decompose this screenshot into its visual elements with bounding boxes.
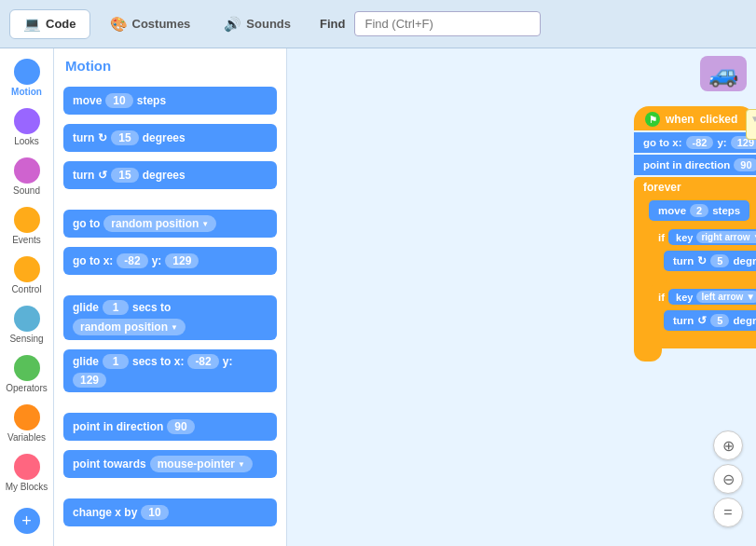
zoom-controls: ⊕ ⊖ = (713, 430, 743, 527)
block-if-right-body: turn ↺ 5 degrees (649, 249, 756, 276)
block-turn-cw-5[interactable]: turn ↺ 5 degrees (664, 251, 756, 271)
block-glide-random[interactable]: glide 1 secs to random position ▼ (63, 295, 277, 340)
block-if-left-body: turn ↺ 5 degrees (649, 308, 756, 335)
block-row-change-x: change x by 10 (62, 495, 279, 530)
sidebar-item-sensing[interactable]: Sensing (0, 301, 53, 348)
blocks-panel: Motion move 10 steps turn ↺ 15 degrees t… (54, 48, 287, 546)
block-if-right-label[interactable]: if key right arrow ▼ pressed? then (649, 225, 756, 249)
block-move[interactable]: move 10 steps (63, 87, 277, 115)
block-row-glide-xy: glide 1 secs to x: -82 y: 129 (62, 346, 279, 396)
block-forever-container: forever move 2 steps if (634, 177, 756, 362)
tab-costumes[interactable]: 🎨 Costumes (96, 9, 205, 39)
tab-code-label: Code (46, 17, 76, 31)
operators-icon (14, 355, 40, 381)
block-goto-random[interactable]: go to random position ▼ (63, 210, 277, 238)
sidebar-item-variables[interactable]: Variables (0, 400, 53, 447)
canvas-area[interactable]: 🚙 ⚑ when clicked go to x: -82 y: 129 poi… (287, 48, 756, 546)
sound-icon (14, 157, 40, 184)
sprite-icon: 🚙 (708, 60, 738, 89)
sounds-icon: 🔊 (224, 16, 241, 33)
block-row-move: move 10 steps (62, 83, 279, 118)
sidebar-icons: Motion Looks Sound Events Control Sensin… (0, 48, 54, 546)
events-label: Events (12, 235, 41, 245)
sidebar-item-sound[interactable]: Sound (0, 153, 53, 200)
sidebar-item-control[interactable]: Control (0, 252, 53, 299)
block-row-point-towards: point towards mouse-pointer ▼ (62, 446, 279, 482)
motion-icon (14, 59, 40, 85)
sensing-label: Sensing (9, 334, 43, 344)
sidebar-item-myblocks[interactable]: My Blocks (0, 449, 53, 497)
block-goto-xy[interactable]: go to x: -82 y: 129 (63, 247, 277, 275)
block-point-towards[interactable]: point towards mouse-pointer ▼ (63, 450, 277, 478)
block-point-dir[interactable]: point in direction 90 (63, 413, 277, 441)
zoom-in-icon: ⊕ (722, 437, 735, 455)
block-goto-xy-canvas[interactable]: go to x: -82 y: 129 (634, 132, 756, 153)
sprite-preview: 🚙 (700, 56, 747, 91)
block-point-dir-canvas[interactable]: point in direction 90 (634, 155, 756, 175)
block-row-turn-cw: turn ↺ 15 degrees (62, 120, 279, 156)
top-bar: 💻 Code 🎨 Costumes 🔊 Sounds Find (0, 0, 756, 48)
zoom-in-button[interactable]: ⊕ (713, 430, 743, 460)
looks-icon (14, 108, 40, 134)
tab-costumes-label: Costumes (132, 17, 191, 31)
control-label: Control (11, 284, 41, 294)
block-turn-cw[interactable]: turn ↺ 15 degrees (63, 124, 277, 152)
block-row-turn-ccw: turn ↺ 15 degrees (62, 157, 279, 193)
variables-icon (14, 404, 40, 430)
zoom-reset-icon: = (723, 504, 732, 521)
costumes-icon: 🎨 (110, 16, 128, 33)
sidebar-item-motion[interactable]: Motion (0, 54, 53, 102)
find-input[interactable] (354, 11, 541, 36)
main-area: Motion Looks Sound Events Control Sensin… (0, 48, 756, 546)
blocks-category-title: Motion (65, 58, 279, 74)
block-forever-label[interactable]: forever (634, 177, 756, 198)
turn-cw-icon-canvas: ↺ (697, 254, 707, 267)
forever-end-cap (634, 348, 662, 362)
sidebar-item-looks[interactable]: Looks (0, 103, 53, 151)
block-if-left-label[interactable]: if key left arrow ▼ pressed? then (649, 285, 756, 308)
events-icon (14, 207, 40, 233)
add-block-icon: + (14, 508, 40, 534)
block-if-left: if key left arrow ▼ pressed? then turn (649, 285, 756, 343)
block-if-right: if key right arrow ▼ pressed? then turn (649, 225, 756, 283)
sidebar-item-add[interactable]: + (11, 503, 43, 539)
block-forever-body: move 2 steps if key right arrow ▼ presse… (634, 198, 756, 348)
zoom-out-icon: ⊖ (722, 471, 735, 488)
block-glide-xy[interactable]: glide 1 secs to x: -82 y: 129 (63, 349, 277, 392)
turn-ccw-icon: ↺ (98, 169, 107, 182)
looks-label: Looks (14, 136, 39, 146)
block-row-glide-random: glide 1 secs to random position ▼ (62, 292, 279, 344)
block-turn-ccw-5[interactable]: turn ↺ 5 degrees (664, 310, 756, 331)
myblocks-label: My Blocks (6, 482, 48, 492)
dropdown-arrow: ▼ (201, 220, 209, 228)
find-label: Find (320, 17, 345, 31)
block-when-flag[interactable]: ⚑ when clicked (634, 106, 755, 130)
zoom-reset-button[interactable]: = (713, 498, 743, 527)
dropdown-arrow3: ▼ (238, 460, 245, 469)
sensing-icon (14, 306, 40, 332)
turn-ccw-icon-canvas: ↺ (697, 314, 707, 327)
script-main: ⚑ when clicked go to x: -82 y: 129 point… (634, 106, 756, 362)
code-icon: 💻 (23, 16, 41, 33)
if-left-close (649, 335, 667, 343)
block-row-goto-xy: go to x: -82 y: 129 (62, 243, 279, 279)
block-move-2[interactable]: move 2 steps (649, 200, 749, 221)
operators-label: Operators (6, 383, 47, 393)
tab-sounds[interactable]: 🔊 Sounds (210, 9, 305, 39)
sticky-facing: ▼ ✕ facing to the right (746, 109, 756, 140)
motion-label: Motion (11, 87, 42, 97)
tab-code[interactable]: 💻 Code (9, 9, 90, 39)
block-row-goto-random: go to random position ▼ (62, 206, 279, 241)
flag-icon: ⚑ (645, 112, 660, 127)
block-turn-ccw[interactable]: turn ↺ 15 degrees (63, 161, 277, 189)
myblocks-icon (14, 454, 40, 480)
dropdown-arrow2: ▼ (171, 323, 178, 332)
tab-sounds-label: Sounds (246, 17, 291, 31)
sidebar-item-operators[interactable]: Operators (0, 350, 53, 398)
sidebar-item-events[interactable]: Events (0, 202, 53, 250)
block-change-x[interactable]: change x by 10 (63, 498, 277, 526)
sound-label: Sound (13, 185, 40, 196)
zoom-out-button[interactable]: ⊖ (713, 464, 743, 494)
block-row-point-dir: point in direction 90 (62, 409, 279, 444)
variables-label: Variables (7, 432, 46, 443)
